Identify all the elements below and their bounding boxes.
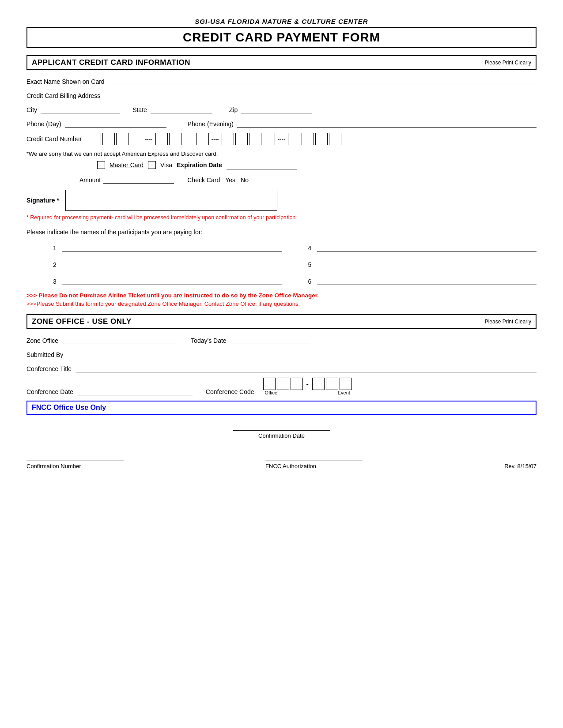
cc-box[interactable] <box>196 133 209 145</box>
participant-2-field[interactable] <box>62 259 282 268</box>
conference-date-row: Conference Date Conference Code - Office… <box>26 378 537 395</box>
conference-code-boxes: - <box>263 378 352 390</box>
zone-office-field[interactable] <box>63 335 178 344</box>
fncc-header: FNCC Office Use Only <box>26 401 537 415</box>
participant-num-4: 4 <box>308 244 314 251</box>
amount-input[interactable] <box>103 175 174 184</box>
cc-box[interactable] <box>89 133 101 145</box>
confirmation-date-area: Confirmation Date <box>26 422 537 439</box>
participant-1: 1 <box>53 243 282 251</box>
event-label: Event <box>338 390 350 395</box>
todays-date-field[interactable] <box>231 335 310 344</box>
participant-num-3: 3 <box>53 278 59 285</box>
zone-office-label: Zone Office <box>26 337 58 344</box>
exact-name-label: Exact Name Shown on Card <box>26 78 105 85</box>
participant-6-field[interactable] <box>317 276 537 285</box>
conf-box[interactable] <box>291 378 303 390</box>
conf-box[interactable] <box>340 378 352 390</box>
bottom-row: Confirmation Number FNCC Authorization R… <box>26 452 537 469</box>
expiration-label: Expiration Date <box>177 161 222 169</box>
cc-box[interactable] <box>102 133 115 145</box>
billing-address-label: Credit Card Billing Address <box>26 92 100 99</box>
cc-box[interactable] <box>263 133 275 145</box>
participant-num-5: 5 <box>308 261 314 268</box>
submitted-by-label: Submitted By <box>26 351 63 358</box>
city-field[interactable] <box>41 105 120 113</box>
conference-date-label: Conference Date <box>26 388 73 395</box>
cc-box[interactable] <box>315 133 328 145</box>
participant-1-field[interactable] <box>62 243 282 251</box>
cc-box[interactable] <box>329 133 341 145</box>
cc-number-area: ---- ---- ---- <box>89 133 341 145</box>
confirmation-date-field[interactable] <box>233 422 330 431</box>
card-type-row: Master Card Visa Expiration Date <box>97 161 537 169</box>
submitted-by-field[interactable] <box>68 349 191 358</box>
cc-group1 <box>89 133 142 145</box>
participant-3-field[interactable] <box>62 276 282 285</box>
state-label: State <box>132 106 147 113</box>
conf-group-office <box>263 378 303 390</box>
signature-row: Signature * <box>26 190 537 211</box>
conf-box[interactable] <box>312 378 325 390</box>
conference-date-field[interactable] <box>78 387 193 395</box>
exact-name-row: Exact Name Shown on Card <box>26 76 537 85</box>
billing-address-row: Credit Card Billing Address <box>26 90 537 99</box>
rev-item: Rev. 8/15/07 <box>504 463 537 469</box>
state-field[interactable] <box>151 105 212 113</box>
cc-box[interactable] <box>288 133 300 145</box>
exact-name-field[interactable] <box>108 76 537 85</box>
phone-day-field[interactable] <box>65 119 166 128</box>
conference-title-field[interactable] <box>76 364 537 372</box>
zip-field[interactable] <box>241 105 312 113</box>
conf-box[interactable] <box>277 378 289 390</box>
fncc-title: FNCC Office Use Only <box>32 404 106 411</box>
cc-dash: ---- <box>211 136 220 143</box>
section2-title: ZONE OFFICE - USE ONLY <box>32 317 132 326</box>
phone-evening-field[interactable] <box>237 119 537 128</box>
fncc-auth-label: FNCC Authorization <box>265 463 316 469</box>
cc-dash: ---- <box>144 136 153 143</box>
participant-num-1: 1 <box>53 244 59 251</box>
amount-field: Amount <box>79 175 174 184</box>
expiration-field[interactable] <box>227 161 297 169</box>
conf-box[interactable] <box>263 378 276 390</box>
cc-box[interactable] <box>235 133 248 145</box>
signature-field[interactable] <box>65 190 277 211</box>
participant-num-6: 6 <box>308 278 314 285</box>
section1-header: APPLICANT CREDIT CARD INFORMATION Please… <box>26 55 537 70</box>
cc-box[interactable] <box>130 133 142 145</box>
cc-box[interactable] <box>169 133 181 145</box>
warning-bold: >>> Please Do not Purchase Airline Ticke… <box>26 292 537 299</box>
participant-4-field[interactable] <box>317 243 537 251</box>
check-card-area: Check Card Yes No <box>187 176 249 184</box>
amount-row: Amount Check Card Yes No <box>79 175 537 184</box>
participant-3: 3 <box>53 276 282 285</box>
conf-box[interactable] <box>326 378 338 390</box>
participant-num-2: 2 <box>53 261 59 268</box>
cc-box[interactable] <box>116 133 128 145</box>
cc-group4 <box>288 133 341 145</box>
amex-note: *We are sorry that we can not accept Ame… <box>26 150 537 157</box>
cc-box[interactable] <box>249 133 261 145</box>
cc-box[interactable] <box>155 133 168 145</box>
confirmation-number-item: Confirmation Number <box>26 452 124 469</box>
confirmation-number-line[interactable] <box>26 452 124 461</box>
participants-grid: 1 4 2 5 3 6 <box>53 243 537 285</box>
cc-box[interactable] <box>183 133 195 145</box>
zip-label: Zip <box>229 106 238 113</box>
visa-checkbox[interactable] <box>148 161 156 169</box>
cc-box[interactable] <box>302 133 314 145</box>
submitted-by-row: Submitted By <box>26 349 537 358</box>
participant-5: 5 <box>308 259 537 268</box>
fncc-auth-item: FNCC Authorization <box>265 452 363 469</box>
zone-office-row: Zone Office Today's Date <box>26 335 537 344</box>
cc-box[interactable] <box>222 133 234 145</box>
conf-labels-row: Office Event <box>263 390 352 395</box>
confirmation-date-label: Confirmation Date <box>26 432 537 439</box>
fncc-auth-line[interactable] <box>265 452 363 461</box>
participant-5-field[interactable] <box>317 259 537 268</box>
billing-address-field[interactable] <box>104 90 537 99</box>
mastercard-checkbox[interactable] <box>97 161 105 169</box>
cc-group2 <box>155 133 209 145</box>
phone-day-label: Phone (Day) <box>26 120 61 128</box>
